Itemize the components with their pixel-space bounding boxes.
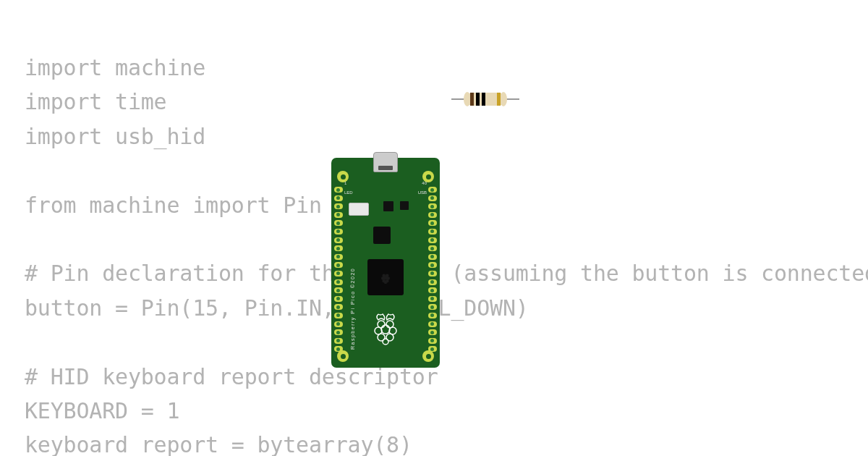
usb-connector-icon (373, 152, 398, 172)
raspberry-logo-icon (370, 311, 401, 346)
raspberry-pi-pico[interactable]: 1 LED 40 USB (331, 151, 440, 368)
resistor-lead-icon (505, 98, 519, 100)
svg-point-15 (383, 339, 388, 345)
gpio-pin-icon (334, 245, 343, 251)
resistor-band-icon (476, 93, 480, 106)
gpio-pin-icon (334, 338, 343, 344)
gpio-pin-icon (428, 262, 437, 268)
gpio-pin-icon (428, 346, 437, 352)
gpio-pin-icon (428, 229, 437, 235)
gpio-pin-icon (428, 296, 437, 302)
resistor-band-icon (470, 93, 474, 106)
mounting-hole-icon (422, 350, 434, 362)
gpio-pin-icon (334, 229, 343, 235)
resistor-band-icon (497, 93, 501, 106)
mounting-hole-icon (337, 350, 349, 362)
gpio-pin-icon (334, 313, 343, 318)
gpio-pin-icon (334, 279, 343, 285)
gpio-pin-icon (428, 195, 437, 201)
gpio-pin-icon (428, 313, 437, 318)
pico-pcb: 1 LED 40 USB (331, 158, 440, 368)
gpio-pin-icon (334, 187, 343, 193)
gpio-pin-icon (334, 262, 343, 268)
gpio-pin-icon (334, 195, 343, 201)
rp2040-chip-icon (367, 259, 404, 295)
gpio-pin-icon (428, 237, 437, 243)
gpio-pin-icon (428, 338, 437, 344)
chip-icon (383, 201, 393, 211)
svg-point-4 (383, 276, 387, 279)
gpio-pin-icon (428, 212, 437, 218)
pin-number-label: 1 (344, 181, 346, 185)
gpio-pin-icon (428, 287, 437, 293)
mounting-hole-icon (337, 171, 349, 182)
bootsel-button-icon (349, 203, 369, 216)
gpio-pin-icon (428, 329, 437, 335)
gpio-pin-icon (428, 271, 437, 276)
gpio-pin-icon (334, 321, 343, 327)
gpio-pin-icon (334, 254, 343, 260)
gpio-pin-icon (428, 304, 437, 310)
resistor-band-icon (482, 93, 485, 106)
pin-number-label: 40 (422, 181, 427, 185)
pico-silk-text: Raspberry Pi Pico ©2020 (350, 268, 355, 350)
usb-inner (378, 166, 393, 170)
gpio-pin-icon (428, 220, 437, 226)
raspberry-icon (379, 271, 392, 284)
gpio-pin-icon (334, 237, 343, 243)
gpio-pin-icon (334, 296, 343, 302)
gpio-pin-icon (428, 245, 437, 251)
gpio-pin-icon (428, 187, 437, 193)
gpio-pin-icon (428, 321, 437, 327)
gpio-pin-icon (428, 279, 437, 285)
pin-led-label: LED (344, 190, 353, 195)
gpio-pin-icon (334, 203, 343, 209)
pin-usb-label: USB (418, 190, 427, 195)
gpio-pin-icon (428, 254, 437, 260)
gpio-pin-icon (334, 212, 343, 218)
gpio-pin-icon (334, 287, 343, 293)
gpio-pin-icon (334, 346, 343, 352)
pin-column-right (428, 187, 437, 352)
resistor-component[interactable] (451, 93, 519, 106)
gpio-pin-icon (334, 304, 343, 310)
gpio-pin-icon (428, 203, 437, 209)
chip-icon (400, 201, 409, 210)
chip-icon (373, 227, 391, 244)
gpio-pin-icon (334, 271, 343, 276)
svg-point-12 (381, 325, 390, 334)
resistor-body-icon (466, 93, 505, 106)
code-block: import machine import time import usb_hi… (25, 51, 868, 456)
pin-column-left (334, 187, 343, 352)
gpio-pin-icon (334, 220, 343, 226)
gpio-pin-icon (334, 329, 343, 335)
